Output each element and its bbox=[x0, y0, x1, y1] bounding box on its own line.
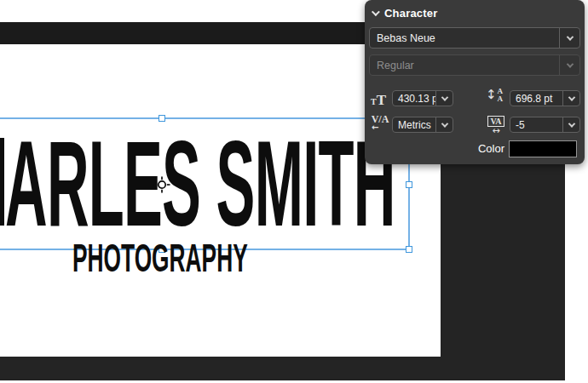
kerning-icon-arrow: ← bbox=[372, 124, 390, 131]
selection-handle-bottom-right[interactable] bbox=[406, 246, 412, 253]
tracking-icon: VA ↔ bbox=[485, 112, 507, 134]
font-family-select[interactable]: Bebas Neue bbox=[369, 27, 580, 49]
character-panel-header[interactable]: Character bbox=[372, 6, 438, 20]
leading-icon-a-bottom: A bbox=[498, 95, 504, 103]
font-style-dropdown-button[interactable] bbox=[559, 55, 579, 75]
cropped-letter-fragment bbox=[0, 138, 4, 226]
font-size-input[interactable]: 430.13 p bbox=[392, 90, 453, 106]
chevron-down-icon bbox=[566, 60, 573, 67]
font-size-dropdown-button[interactable] bbox=[435, 91, 453, 106]
character-panel: Character Bebas Neue Regular TT 430.13 p… bbox=[365, 0, 585, 164]
chevron-down-icon bbox=[441, 94, 447, 100]
panel-title: Character bbox=[384, 7, 438, 20]
subline-text[interactable]: PHOTOGRAPHY bbox=[72, 237, 248, 277]
collapse-chevron-icon[interactable] bbox=[372, 8, 380, 16]
chevron-down-icon bbox=[441, 120, 447, 127]
color-row: Color bbox=[365, 140, 585, 158]
kerning-icon: V/A ← bbox=[370, 114, 390, 131]
leading-icon-arrow: ↕ bbox=[486, 89, 497, 101]
font-size-icon-small-t: T bbox=[371, 98, 377, 106]
leading-icon: ↕ A A bbox=[486, 88, 503, 102]
leading-value: 696.8 pt bbox=[510, 91, 562, 106]
tracking-dropdown-button[interactable] bbox=[562, 117, 579, 132]
kerning-value: Metrics bbox=[393, 117, 435, 132]
chevron-down-icon bbox=[568, 94, 574, 100]
reference-point-icon bbox=[153, 176, 170, 193]
selection-handle-right-middle[interactable] bbox=[406, 181, 412, 188]
font-family-value: Bebas Neue bbox=[370, 28, 559, 48]
tracking-value: -5 bbox=[510, 117, 562, 132]
leading-input[interactable]: 696.8 pt bbox=[510, 90, 580, 106]
color-label: Color bbox=[478, 142, 504, 155]
font-size-icon-large-t: T bbox=[377, 94, 386, 106]
leading-dropdown-button[interactable] bbox=[562, 91, 579, 106]
kerning-select[interactable]: Metrics bbox=[392, 117, 453, 133]
font-style-value: Regular bbox=[370, 55, 559, 75]
color-swatch[interactable] bbox=[509, 140, 577, 157]
tracking-icon-arrow: ↔ bbox=[485, 128, 507, 134]
chevron-down-icon bbox=[566, 33, 573, 40]
kerning-dropdown-button[interactable] bbox=[435, 117, 453, 132]
font-family-dropdown-button[interactable] bbox=[559, 28, 579, 48]
headline-text[interactable]: ARLES SMITH bbox=[5, 123, 395, 244]
chevron-down-icon bbox=[568, 120, 574, 127]
font-style-select[interactable]: Regular bbox=[369, 54, 580, 76]
tracking-input[interactable]: -5 bbox=[510, 117, 580, 133]
font-size-icon: TT bbox=[371, 89, 390, 106]
font-size-value: 430.13 p bbox=[393, 91, 435, 106]
